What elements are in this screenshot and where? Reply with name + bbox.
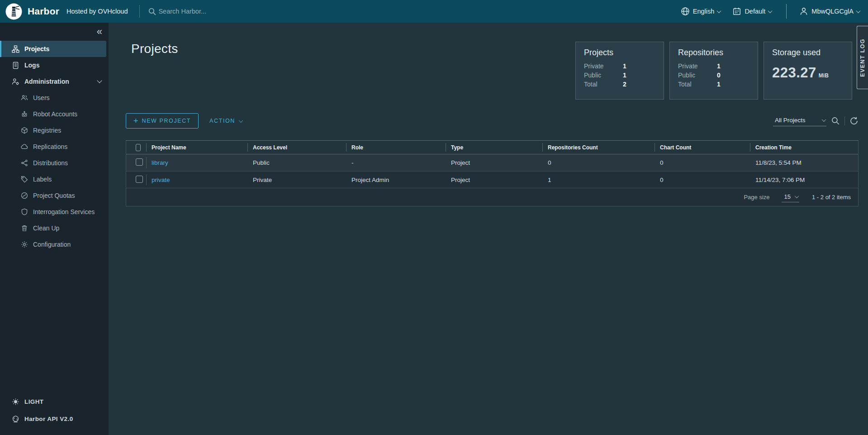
trash-icon xyxy=(21,225,28,232)
globe-icon xyxy=(681,7,690,16)
app-header: Harbor Hosted by OVHcloud English xyxy=(0,0,868,23)
project-link[interactable]: private xyxy=(152,177,170,183)
sidebar-item-registries[interactable]: Registries xyxy=(0,122,109,139)
global-search xyxy=(148,7,680,16)
user-icon xyxy=(799,7,808,16)
user-menu[interactable]: MbwQLGCglA xyxy=(799,7,860,16)
stat-value: 2 xyxy=(623,80,626,89)
sidebar-item-label: Configuration xyxy=(33,241,71,248)
sidebar-item-label: Logs xyxy=(24,62,39,69)
language-menu[interactable]: English xyxy=(681,7,721,16)
sidebar-item-label: Clean Up xyxy=(33,225,59,232)
card-title: Projects xyxy=(584,48,655,57)
cell-role: Project Admin xyxy=(346,177,446,183)
sidebar-item-label: Interrogation Services xyxy=(33,208,95,215)
share-icon xyxy=(21,159,28,167)
theme-menu[interactable]: Default xyxy=(732,7,772,16)
theme-toggle-light[interactable]: LIGHT xyxy=(0,393,109,410)
cloud-icon xyxy=(21,143,28,150)
sidebar-item-robot-accounts[interactable]: Robot Accounts xyxy=(0,106,109,122)
page-size-value: 15 xyxy=(784,193,791,200)
sidebar-item-label: Labels xyxy=(33,176,52,183)
header-user-divider xyxy=(786,4,787,19)
brand-title[interactable]: Harbor xyxy=(28,6,59,17)
column-header-type[interactable]: Type xyxy=(446,141,542,154)
stat-value: 1 xyxy=(623,62,626,71)
projects-toolbar: + NEW PROJECT ACTION All Projects xyxy=(126,113,859,129)
stat-value: 1 xyxy=(623,71,626,80)
action-menu-button[interactable]: ACTION xyxy=(209,118,242,124)
api-icon xyxy=(12,415,19,423)
cell-role: - xyxy=(346,159,446,166)
cell-creation-time: 11/14/23, 7:06 PM xyxy=(750,177,858,183)
sidebar-item-label: Users xyxy=(33,94,50,101)
search-input[interactable] xyxy=(158,8,448,15)
chevron-down-icon xyxy=(238,118,243,123)
column-header-role[interactable]: Role xyxy=(346,141,446,154)
column-header-creation-time[interactable]: Creation Time xyxy=(750,141,858,154)
header-right: English Default MbwQLGCglA xyxy=(681,4,860,19)
toolbar-divider xyxy=(844,116,845,125)
cell-chart-count: 0 xyxy=(655,159,750,166)
refresh-icon[interactable] xyxy=(849,116,859,125)
search-icon[interactable] xyxy=(831,116,840,125)
event-log-label: EVENT LOG xyxy=(859,38,866,77)
sidebar-item-labels[interactable]: Labels xyxy=(0,171,109,187)
language-label: English xyxy=(693,8,715,15)
page-size-label: Page size xyxy=(744,194,769,201)
projects-icon xyxy=(12,45,19,53)
row-checkbox[interactable] xyxy=(136,158,143,166)
card-title: Repositories xyxy=(678,48,749,57)
column-header-repositories-count[interactable]: Repositories Count xyxy=(542,141,655,154)
cell-repositories-count: 0 xyxy=(542,159,655,166)
stat-label: Private xyxy=(678,62,717,71)
stat-label: Public xyxy=(678,71,717,80)
column-header-chart-count[interactable]: Chart Count xyxy=(655,141,750,154)
new-project-label: NEW PROJECT xyxy=(142,118,191,124)
harbor-api-link[interactable]: Harbor API V2.0 xyxy=(0,411,109,427)
page-title: Projects xyxy=(131,42,178,56)
column-header-access-level[interactable]: Access Level xyxy=(247,141,346,154)
sidebar-item-administration[interactable]: Administration xyxy=(0,73,109,90)
select-all-checkbox[interactable] xyxy=(136,144,141,151)
stats-cards: Projects Private1 Public1 Total2 Reposit… xyxy=(575,42,852,100)
card-title: Storage used xyxy=(772,48,844,57)
cell-chart-count: 0 xyxy=(655,177,750,183)
sidebar-item-label: Projects xyxy=(24,45,49,53)
project-filter-select[interactable]: All Projects xyxy=(773,115,826,126)
sidebar-item-distributions[interactable]: Distributions xyxy=(0,155,109,171)
header-divider xyxy=(139,5,140,18)
sidebar-item-configuration[interactable]: Configuration xyxy=(0,236,109,253)
quota-icon xyxy=(21,192,28,199)
api-label: Harbor API V2.0 xyxy=(24,416,73,422)
items-range-label: 1 - 2 of 2 items xyxy=(812,194,851,201)
page-size-select[interactable]: 15 xyxy=(782,192,799,202)
sidebar-item-users[interactable]: Users xyxy=(0,90,109,106)
filter-value: All Projects xyxy=(775,117,806,124)
projects-stats-card: Projects Private1 Public1 Total2 xyxy=(575,42,664,100)
project-link[interactable]: library xyxy=(152,159,168,166)
light-label: LIGHT xyxy=(24,398,44,405)
sun-icon xyxy=(12,398,19,406)
event-log-tab[interactable]: EVENT LOG xyxy=(857,26,868,89)
row-checkbox[interactable] xyxy=(136,176,143,183)
sidebar-item-project-quotas[interactable]: Project Quotas xyxy=(0,187,109,204)
search-icon xyxy=(148,7,157,16)
chevron-down-icon xyxy=(97,78,102,83)
storage-unit: MiB xyxy=(819,72,829,79)
sidebar-collapse-button[interactable]: « xyxy=(97,27,102,36)
table-row: library Public - Project 0 0 11/8/23, 5:… xyxy=(126,154,858,171)
sidebar-item-projects[interactable]: Projects xyxy=(0,41,106,57)
sidebar-item-clean-up[interactable]: Clean Up xyxy=(0,220,109,236)
robot-icon xyxy=(21,110,28,118)
calendar-icon xyxy=(732,7,741,16)
storage-stats-card: Storage used 223.27MiB xyxy=(764,42,852,100)
column-header-project-name[interactable]: Project Name xyxy=(146,141,247,154)
sidebar-item-logs[interactable]: Logs xyxy=(0,57,109,73)
cube-icon xyxy=(21,127,28,134)
harbor-logo-icon[interactable] xyxy=(5,3,22,20)
sidebar-item-replications[interactable]: Replications xyxy=(0,139,109,155)
stat-label: Total xyxy=(678,80,717,89)
new-project-button[interactable]: + NEW PROJECT xyxy=(126,113,199,129)
sidebar-item-interrogation-services[interactable]: Interrogation Services xyxy=(0,204,109,220)
